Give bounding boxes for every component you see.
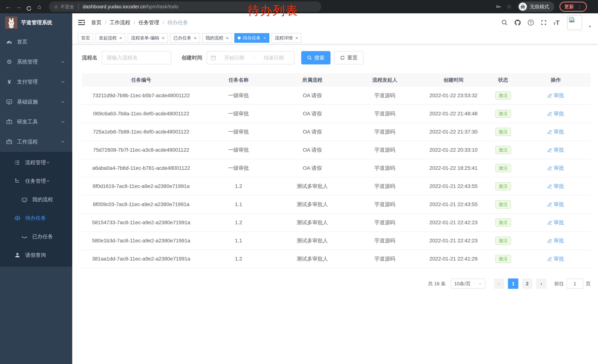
task-name-cell: 一级审批 [200,92,277,99]
tab-首页[interactable]: 首页 [78,33,93,43]
approve-link[interactable]: 审批 [548,165,564,172]
sidebar-item-my-process[interactable]: 我的流程 [0,190,72,209]
starter-cell: 芋道源码 [348,165,422,172]
workflow-submenu: 流程管理 任务管理 我的流程 [0,152,72,267]
tab-close-icon[interactable]: × [263,36,266,40]
tab-待办任务[interactable]: 待办任务× [234,33,269,43]
tab-我的流程[interactable]: 我的流程× [202,33,232,43]
approve-link[interactable]: 审批 [548,110,564,117]
address-bar[interactable]: ⚠ 不安全 dashboard.yudao.iocoder.cn/bpm/tas… [49,1,321,12]
chevron-down-icon [46,161,50,165]
forward-icon[interactable]: → [13,0,24,13]
search-icon[interactable] [501,19,508,26]
task-table: 任务编号任务名称所属流程流程发起人创建时间状态操作 73211d9d-7b9b-… [82,73,590,268]
fullscreen-icon[interactable] [540,19,547,26]
task-id-cell: 069c6a63-7b8a-11ec-8ef0-acde48001122 [82,111,200,117]
approve-link[interactable]: 审批 [548,219,564,226]
sidebar-item-leave-query[interactable]: 请假查询 [0,246,72,264]
page-button-1[interactable]: 1 [508,278,518,289]
prev-page-button[interactable]: ‹ [494,278,504,289]
help-icon[interactable]: ? [527,19,534,26]
sidebar-item-todo-tasks[interactable]: 待办任务 [0,209,72,227]
github-icon[interactable] [514,19,521,26]
goto-page-input[interactable] [566,278,583,289]
end-date-placeholder: 结束日期 [257,54,291,61]
sidebar-item-payment[interactable]: ¥ 支付管理 [0,72,72,92]
search-button[interactable]: 搜索 [301,51,331,65]
browser-menu-icon[interactable]: ⋮ [577,4,582,10]
chevron-up-icon [61,140,65,144]
tab-close-icon[interactable]: × [194,36,197,40]
starter-cell: 芋道源码 [348,92,422,99]
app-title: 芋道管理系统 [21,19,52,26]
incognito-badge: 无痕模式 [518,1,554,12]
tab-close-icon[interactable]: × [162,36,165,40]
tab-close-icon[interactable]: × [226,36,229,40]
approve-link[interactable]: 审批 [548,237,564,244]
process-cell: 测试多审批人 [277,183,348,190]
starter-cell: 芋道源码 [348,110,422,117]
page-button-2[interactable]: 2 [522,278,532,289]
logo-row[interactable]: 芋道管理系统 [0,13,72,32]
yen-icon: ¥ [5,79,13,85]
tab-close-icon[interactable]: × [295,36,298,40]
process-name-input[interactable] [102,51,171,65]
collapse-menu-icon[interactable] [78,20,85,25]
sidebar-item-devtools[interactable]: 研发工具 [0,112,72,132]
bookmark-star-icon[interactable]: ☆ [507,0,512,13]
sidebar-item-done-tasks[interactable]: 已办任务 [0,227,72,246]
key-icon[interactable] [496,4,501,10]
font-size-icon[interactable]: TT [553,19,559,26]
breadcrumb-home[interactable]: 首页 [91,19,101,26]
chevron-down-icon [61,80,65,84]
status-badge: 激活 [495,218,511,227]
browser-toolbar: ← → ⌂ ⚠ 不安全 dashboard.yudao.iocoder.cn/b… [0,0,598,13]
date-range-picker[interactable]: 开始日期 - 结束日期 [207,51,295,65]
sidebar-item-process-management[interactable]: 流程管理 [0,153,72,172]
chevron-up-icon [46,179,50,183]
approve-link[interactable]: 审批 [548,128,564,135]
tab-发起流程[interactable]: 发起流程× [96,33,125,43]
approve-link[interactable]: 审批 [548,183,564,190]
update-button[interactable]: 更新 ⋮ [559,2,587,12]
next-page-button[interactable]: › [536,278,547,289]
reset-button[interactable]: 重置 [334,51,364,65]
approve-link[interactable]: 审批 [548,201,564,208]
page-size-select[interactable]: 10条/页 [451,278,485,289]
approve-link[interactable]: 审批 [548,146,564,154]
breadcrumb-task-management[interactable]: 任务管理 [139,19,159,26]
face-icon [20,196,29,203]
sidebar-item-home[interactable]: 首页 [0,32,72,52]
tab-流程详情[interactable]: 流程详情× [272,33,301,43]
approve-link[interactable]: 审批 [548,255,564,262]
tab-已办任务[interactable]: 已办任务× [170,33,200,43]
column-header: 任务编号 [82,77,200,83]
tab-close-icon[interactable]: × [119,36,122,40]
sidebar: 芋道管理系统 首页 ⚙ 系统管理 ¥ 支付管理 基础设施 [0,13,72,364]
security-warning[interactable]: ⚠ 不安全 [54,4,74,10]
sidebar-item-infrastructure[interactable]: 基础设施 [0,92,72,112]
table-row: 8f059c03-7ac8-11ec-a9e2-a2380e71991a1.1测… [82,195,590,214]
sidebar-item-task-management[interactable]: 任务管理 [0,172,72,190]
breadcrumb-workflow[interactable]: 工作流程 [110,19,130,26]
chevron-down-icon [61,120,65,124]
column-header: 所属流程 [277,77,348,83]
process-cell: OA 请假 [277,165,348,172]
tab-流程表单-编辑[interactable]: 流程表单-编辑× [128,33,168,43]
avatar-caret-icon[interactable]: ▼ [588,25,591,28]
table-row: 75d72608-7b7f-11ec-a3c8-acde48001122一级审批… [82,141,590,159]
avatar[interactable] [567,15,582,30]
sidebar-item-workflow[interactable]: 工作流程 [0,132,72,152]
starter-cell: 芋道源码 [348,201,422,208]
table-row: 8f0d1619-7ac8-11ec-a9e2-a2380e71991a1.2测… [82,177,590,195]
home-icon[interactable]: ⌂ [34,0,44,13]
back-icon[interactable]: ← [3,0,13,13]
process-cell: OA 请假 [277,128,348,135]
starter-cell: 芋道源码 [348,128,422,135]
reload-icon[interactable] [24,2,34,11]
gear-icon: ⚙ [5,58,13,65]
approve-link[interactable]: 审批 [548,92,564,99]
task-id-cell: a6aba0a4-7b6d-11ec-b781-acde48001122 [82,165,200,171]
table-header: 任务编号任务名称所属流程流程发起人创建时间状态操作 [82,73,590,87]
sidebar-item-system[interactable]: ⚙ 系统管理 [0,52,72,72]
